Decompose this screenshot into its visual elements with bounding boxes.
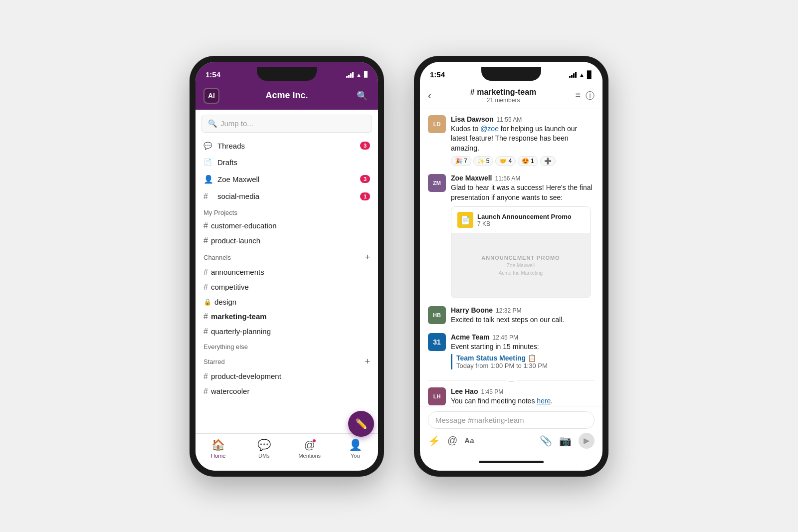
info-button[interactable]: ⓘ <box>586 90 595 102</box>
add-starred-button[interactable]: + <box>365 356 370 367</box>
channel-product-launch[interactable]: # product-launch <box>196 233 378 248</box>
sidebar-content: 🔍 Jump to... 💬 Threads 3 📄 Drafts 👤 Zoe … <box>196 110 378 433</box>
bottom-navigation: 🏠 Home 💬 DMs @ Mentions 👤 You <box>196 433 378 471</box>
file-preview-sub2: Acme Inc Marketing <box>499 270 543 276</box>
message-acme: 31 Acme Team 12:45 PM Event starting in … <box>428 333 595 369</box>
everything-else-section: Everything else <box>196 339 378 353</box>
shortcuts-button[interactable]: ⚡ <box>428 435 440 447</box>
header-actions: ≡ ⓘ <box>575 90 595 102</box>
input-actions: ⚡ @ Aa 📎 📷 ▶ <box>428 433 595 449</box>
channel-social-media[interactable]: # social-media 1 <box>196 188 378 205</box>
channels-section: Channels + <box>196 248 378 265</box>
threads-badge: 3 <box>360 142 370 150</box>
social-media-badge: 1 <box>360 192 370 200</box>
msg-time-lee: 1:45 PM <box>481 388 503 395</box>
channel-competitive[interactable]: # competitive <box>196 280 378 295</box>
message-divider: — <box>428 377 595 383</box>
channel-marketing-team[interactable]: # marketing-team <box>196 309 378 324</box>
event-card[interactable]: Team Status Meeting 📋 Today from 1:00 PM… <box>451 354 595 369</box>
channel-title-block: # marketing-team 21 members <box>436 88 571 104</box>
msg-author-acme: Acme Team <box>451 333 490 341</box>
nav-dms[interactable]: 💬 DMs <box>241 437 287 461</box>
reaction-party[interactable]: 🎉7 <box>451 156 471 166</box>
workspace-name: Acme Inc. <box>265 90 308 101</box>
projects-label: My Projects <box>203 209 237 216</box>
nav-dms-label: DMs <box>258 453 270 459</box>
avatar-zoe: ZM <box>428 174 446 192</box>
msg-author-zoe: Zoe Maxwell <box>451 174 492 182</box>
reaction-sparkle[interactable]: ✨5 <box>473 156 494 166</box>
back-button[interactable]: ‹ <box>428 90 431 101</box>
add-reaction-button[interactable]: ➕ <box>540 156 556 166</box>
mention-button[interactable]: @ <box>447 435 457 446</box>
drafts-label: Drafts <box>217 158 370 167</box>
hash-icon: # <box>203 387 208 396</box>
channel-product-development[interactable]: # product-development <box>196 369 378 384</box>
search-bar[interactable]: 🔍 Jump to... <box>201 115 372 133</box>
msg-content-acme: Acme Team 12:45 PM Event starting in 15 … <box>451 333 595 369</box>
msg-author-harry: Harry Boone <box>451 306 493 314</box>
member-list-button[interactable]: ≡ <box>575 90 581 102</box>
nav-home[interactable]: 🏠 Home <box>196 437 241 461</box>
channel-announcements[interactable]: # announcements <box>196 265 378 280</box>
event-title: Team Status Meeting 📋 <box>456 354 595 362</box>
reaction-handshake[interactable]: 🤝4 <box>495 156 516 166</box>
battery-icon: ▊ <box>364 71 368 78</box>
nav-you[interactable]: 👤 You <box>333 437 379 461</box>
send-button[interactable]: ▶ <box>579 433 595 449</box>
hash-icon: # <box>203 236 208 245</box>
msg-header-zoe: Zoe Maxwell 11:56 AM <box>451 174 595 182</box>
meeting-notes-link[interactable]: here <box>537 397 551 405</box>
msg-header-lisa: Lisa Dawson 11:55 AM <box>451 115 595 123</box>
msg-text-lee: You can find meeting notes here. <box>451 396 595 406</box>
msg-content-lisa: Lisa Dawson 11:55 AM Kudos to @zoe for h… <box>451 115 595 167</box>
msg-author-lisa: Lisa Dawson <box>451 115 494 123</box>
message-lee: LH Lee Hao 1:45 PM You can find meeting … <box>428 387 595 406</box>
channel-header: ‹ # marketing-team 21 members ≡ ⓘ <box>420 84 602 109</box>
msg-time-acme: 12:45 PM <box>493 334 518 341</box>
msg-content-zoe: Zoe Maxwell 11:56 AM Glad to hear it was… <box>451 174 595 298</box>
channel-name: announcements <box>211 268 264 276</box>
message-input[interactable]: Message #marketing-team <box>428 411 595 429</box>
file-info: Launch Announcement Promo 7 KB <box>477 213 572 227</box>
attach-button[interactable]: 📎 <box>540 435 552 447</box>
right-status-icons: ▲ ▊ <box>569 71 593 79</box>
mention-zoe[interactable]: @zoe <box>480 125 499 133</box>
channel-members: 21 members <box>436 97 571 104</box>
search-button[interactable]: 🔍 <box>354 88 370 104</box>
dm-zoe-maxwell[interactable]: 👤 Zoe Maxwell 3 <box>196 171 378 188</box>
battery-icon: ▊ <box>587 71 593 79</box>
file-attachment[interactable]: 📄 Launch Announcement Promo 7 KB ANNOUNC… <box>451 206 591 298</box>
channels-label: Channels <box>203 254 231 261</box>
compose-button[interactable]: ✏️ <box>348 411 374 437</box>
channel-name: watercooler <box>211 387 250 395</box>
nav-mentions[interactable]: @ Mentions <box>287 437 333 461</box>
channel-watercooler[interactable]: # watercooler <box>196 384 378 399</box>
lock-icon: 🔒 <box>203 298 211 306</box>
add-channel-button[interactable]: + <box>365 252 370 263</box>
channel-quarterly-planning[interactable]: # quarterly-planning <box>196 324 378 339</box>
channel-customer-education[interactable]: # customer-education <box>196 218 378 233</box>
home-icon: 🏠 <box>211 439 225 452</box>
reaction-heart-eyes[interactable]: 😍1 <box>518 156 538 166</box>
msg-header-harry: Harry Boone 12:32 PM <box>451 306 595 314</box>
mentions-icon: @ <box>304 439 315 452</box>
event-time: Today from 1:00 PM to 1:30 PM <box>456 362 595 369</box>
message-zoe: ZM Zoe Maxwell 11:56 AM Glad to hear it … <box>428 174 595 298</box>
sidebar-item-drafts[interactable]: 📄 Drafts <box>196 154 378 171</box>
channel-design[interactable]: 🔒 design <box>196 295 378 309</box>
message-placeholder: Message #marketing-team <box>435 416 524 424</box>
format-button[interactable]: Aa <box>464 436 474 445</box>
sidebar-item-threads[interactable]: 💬 Threads 3 <box>196 138 378 154</box>
reactions-lisa: 🎉7 ✨5 🤝4 😍1 ➕ <box>451 156 595 166</box>
starred-section: Starred + <box>196 353 378 369</box>
camera-button[interactable]: 📷 <box>559 435 572 447</box>
projects-section: My Projects <box>196 205 378 218</box>
msg-text-zoe: Glad to hear it was a success! Here's th… <box>451 183 595 202</box>
hash-icon-social: # <box>203 192 213 201</box>
threads-icon: 💬 <box>203 142 213 150</box>
msg-time-zoe: 11:56 AM <box>495 175 520 182</box>
workspace-logo[interactable]: AI <box>203 88 219 104</box>
msg-content-harry: Harry Boone 12:32 PM Excited to talk nex… <box>451 306 595 325</box>
msg-header-acme: Acme Team 12:45 PM <box>451 333 595 341</box>
